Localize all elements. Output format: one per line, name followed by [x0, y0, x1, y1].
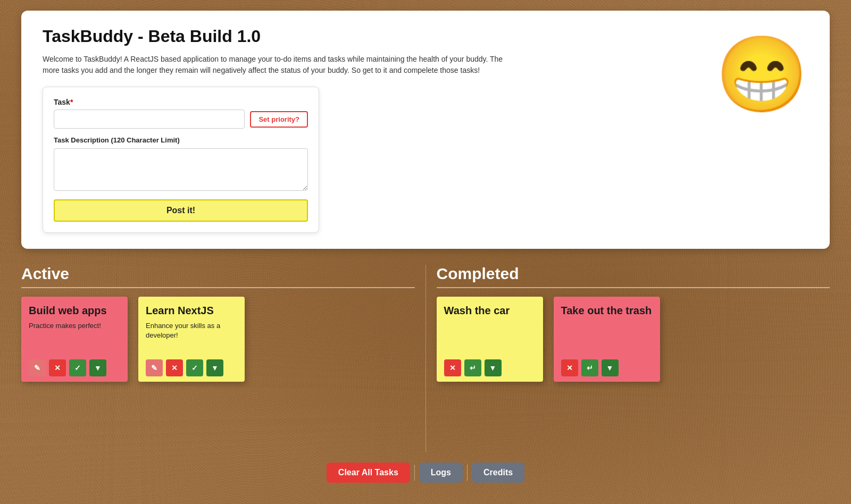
post-button[interactable]: Post it!	[54, 199, 308, 222]
dropdown-button[interactable]: ▼	[485, 359, 502, 376]
description-label: Task Description (120 Character Limit)	[54, 136, 308, 144]
active-tasks-row: Build web apps Practice makes perfect! ✎…	[21, 297, 415, 382]
footer-divider	[414, 465, 415, 481]
header-left: TaskBuddy - Beta Build 1.0 Welcome to Ta…	[43, 27, 694, 233]
task-input[interactable]	[54, 110, 245, 129]
completed-column: Completed Wash the car ✕ ↵ ▼	[426, 265, 830, 452]
task-buttons: ✎ ✕ ✓ ▼	[29, 359, 120, 376]
task-title: Build web apps	[29, 304, 120, 317]
delete-button[interactable]: ✕	[444, 359, 461, 376]
dropdown-button[interactable]: ▼	[602, 359, 619, 376]
task-buttons: ✕ ↵ ▼	[561, 359, 653, 376]
complete-button[interactable]: ✓	[186, 359, 203, 376]
completed-tasks-row: Wash the car ✕ ↵ ▼ Take out the trash	[437, 297, 830, 382]
buddy-emoji: 😁	[715, 37, 808, 112]
footer: Clear All Tasks Logs Credits	[21, 452, 830, 488]
active-column: Active Build web apps Practice makes per…	[21, 265, 426, 452]
description-field-group: Task Description (120 Character Limit)	[54, 136, 308, 193]
task-description: Enhance your skills as a developer!	[146, 321, 237, 340]
delete-button[interactable]: ✕	[561, 359, 578, 376]
task-buttons: ✕ ↵ ▼	[444, 359, 536, 376]
board-area: Active Build web apps Practice makes per…	[21, 265, 830, 452]
logs-button[interactable]: Logs	[419, 463, 463, 483]
delete-button[interactable]: ✕	[166, 359, 183, 376]
undo-button[interactable]: ↵	[581, 359, 598, 376]
task-field-group: Task* Set priority?	[54, 98, 308, 129]
set-priority-button[interactable]: Set priority?	[250, 111, 308, 128]
list-item: Take out the trash ✕ ↵ ▼	[554, 297, 660, 382]
task-label: Task*	[54, 98, 308, 106]
description-textarea[interactable]	[54, 148, 308, 191]
delete-button[interactable]: ✕	[49, 359, 66, 376]
list-item: Learn NextJS Enhance your skills as a de…	[138, 297, 245, 382]
edit-button[interactable]: ✎	[146, 359, 163, 376]
dropdown-button[interactable]: ▼	[89, 359, 106, 376]
footer-divider-2	[467, 465, 468, 481]
edit-button[interactable]: ✎	[29, 359, 46, 376]
task-title: Wash the car	[444, 304, 536, 317]
task-buttons: ✎ ✕ ✓ ▼	[146, 359, 237, 376]
task-input-row: Set priority?	[54, 110, 308, 129]
complete-button[interactable]: ✓	[69, 359, 86, 376]
list-item: Build web apps Practice makes perfect! ✎…	[21, 297, 128, 382]
app-description: Welcome to TaskBuddy! A ReactJS based ap…	[43, 54, 521, 76]
app-title: TaskBuddy - Beta Build 1.0	[43, 27, 694, 46]
list-item: Wash the car ✕ ↵ ▼	[437, 297, 543, 382]
undo-button[interactable]: ↵	[464, 359, 481, 376]
clear-all-button[interactable]: Clear All Tasks	[327, 463, 410, 483]
credits-button[interactable]: Credits	[472, 463, 524, 483]
task-description: Practice makes perfect!	[29, 321, 120, 331]
dropdown-button[interactable]: ▼	[206, 359, 223, 376]
buddy-container: 😁	[715, 27, 808, 112]
task-title: Take out the trash	[561, 304, 653, 317]
task-title: Learn NextJS	[146, 304, 237, 317]
active-column-header: Active	[21, 265, 415, 288]
header-card: TaskBuddy - Beta Build 1.0 Welcome to Ta…	[21, 11, 830, 249]
completed-column-header: Completed	[437, 265, 830, 288]
form-card: Task* Set priority? Task Description (12…	[43, 87, 319, 233]
